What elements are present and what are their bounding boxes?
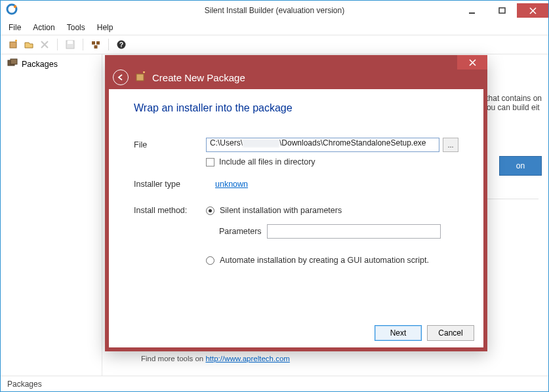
svg-rect-7 [92, 41, 95, 45]
installer-type-label: Installer type [134, 180, 206, 189]
close-button[interactable] [517, 3, 548, 18]
browse-button[interactable]: ... [443, 138, 458, 152]
toolbar-separator [83, 39, 83, 50]
include-files-label: Include all files in directory [219, 157, 315, 167]
save-icon[interactable] [64, 39, 76, 50]
parameters-input[interactable] [267, 224, 441, 239]
include-files-checkbox[interactable] [206, 158, 214, 167]
toolbar-separator [57, 39, 58, 50]
dialog-close-button[interactable] [457, 55, 487, 69]
menu-tools[interactable]: Tools [67, 23, 85, 32]
maximize-button[interactable] [487, 3, 517, 18]
menu-help[interactable]: Help [97, 23, 113, 32]
svg-rect-2 [469, 12, 475, 14]
svg-rect-4 [10, 42, 16, 48]
install-method-label: Install method: [134, 206, 206, 215]
open-icon[interactable] [23, 39, 35, 50]
menu-action[interactable]: Action [33, 23, 54, 32]
new-package-icon[interactable] [7, 39, 19, 50]
svg-rect-9 [94, 45, 98, 49]
svg-point-1 [14, 5, 16, 8]
toolbar-separator [108, 39, 109, 50]
automate-install-label: Automate installation by creating a GUI … [220, 256, 429, 265]
sidebar: Packages [1, 54, 102, 376]
sidebar-item-label: Packages [22, 60, 58, 69]
next-button[interactable]: Next [375, 325, 422, 341]
file-label: File [134, 140, 206, 149]
toolbar: ? [1, 35, 548, 54]
svg-rect-13 [10, 59, 17, 64]
minimize-button[interactable] [457, 3, 487, 18]
app-icon [6, 3, 18, 18]
menu-file[interactable]: File [9, 23, 21, 32]
packages-icon [7, 58, 18, 69]
svg-rect-14 [136, 74, 144, 81]
install-method-row: Install method: Silent installation with… [134, 206, 458, 215]
file-path-input[interactable]: C:\Users\\Downloads\ChromeStandaloneSetu… [206, 138, 439, 152]
svg-rect-3 [499, 8, 505, 13]
sidebar-item-packages[interactable]: Packages [7, 58, 95, 69]
dialog-heading: Wrap an installer into the package [134, 102, 458, 114]
cancel-button[interactable]: Cancel [427, 325, 474, 341]
status-left: Packages [7, 380, 42, 389]
installer-type-row: Installer type unknown [134, 180, 458, 189]
titlebar: Silent Install Builder (evaluation versi… [1, 1, 548, 20]
background-button[interactable]: on [499, 156, 542, 176]
svg-text:?: ? [119, 41, 123, 49]
window-buttons [457, 3, 548, 18]
create-package-dialog: Create New Package Wrap an installer int… [105, 56, 487, 351]
build-icon[interactable] [90, 39, 102, 50]
dialog-titlebar: Create New Package [105, 55, 487, 89]
dialog-body: Wrap an installer into the package File … [105, 89, 487, 319]
dialog-title: Create New Package [152, 72, 245, 83]
silent-install-radio[interactable] [206, 206, 214, 215]
statusbar: Packages [1, 376, 548, 391]
installer-type-link[interactable]: unknown [215, 180, 248, 189]
footer-link[interactable]: http://www.apreltech.com [205, 355, 289, 363]
automate-install-radio[interactable] [206, 256, 214, 265]
svg-rect-6 [68, 41, 73, 44]
back-button[interactable] [113, 69, 129, 85]
parameters-row: Parameters [134, 224, 458, 239]
delete-icon[interactable] [39, 39, 51, 50]
silent-install-label: Silent installation with parameters [220, 206, 342, 215]
menubar: File Action Tools Help [1, 20, 548, 35]
app-window: Silent Install Builder (evaluation versi… [0, 0, 549, 392]
file-row: File C:\Users\\Downloads\ChromeStandalon… [134, 138, 458, 152]
dialog-footer: Next Cancel [105, 319, 487, 351]
automate-row: Automate installation by creating a GUI … [134, 256, 458, 265]
footer-text: Find more tools on http://www.apreltech.… [141, 355, 290, 363]
parameters-label: Parameters [219, 227, 262, 236]
package-icon [135, 71, 147, 83]
include-row: Include all files in directory [134, 157, 458, 167]
help-icon[interactable]: ? [115, 39, 127, 50]
svg-rect-8 [96, 41, 100, 45]
